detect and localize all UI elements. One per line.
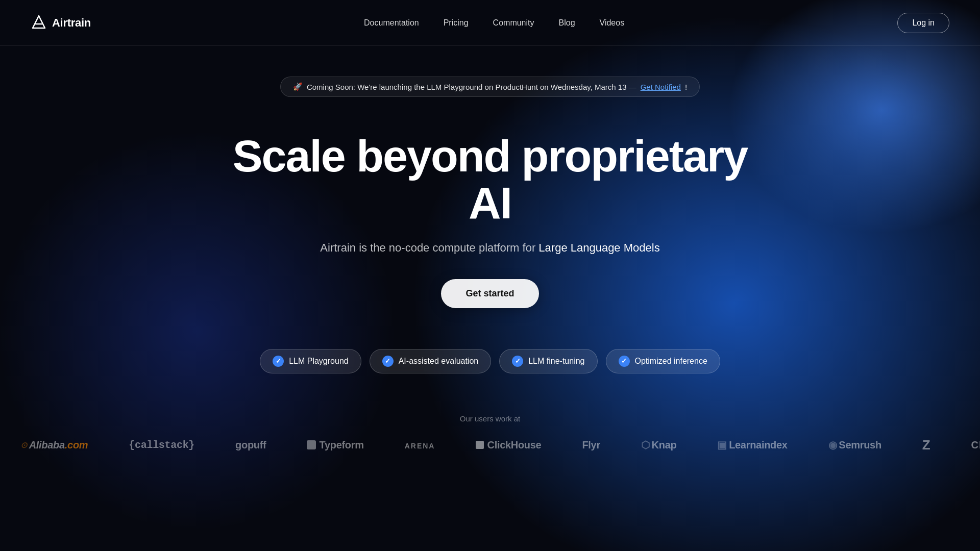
logo-clickhouse-1: ClickHouse [455, 439, 561, 451]
logo-learnaindex-1: ▣Learnaindex [697, 439, 807, 451]
logo-z-1: Z [902, 437, 951, 453]
hero-subtitle-highlight: Large Language Models [538, 241, 659, 254]
svg-marker-0 [33, 16, 45, 28]
pill-llm-finetuning[interactable]: LLM fine-tuning [499, 349, 597, 373]
logos-track: ⊙Alibaba.com {callstack} gopuff Typeform… [0, 437, 980, 453]
pill-label-0: LLM Playground [289, 357, 349, 366]
check-icon-1 [382, 356, 394, 367]
hero-subtitle-start: Airtrain is the no-code compute platform… [320, 241, 535, 254]
nav-videos[interactable]: Videos [600, 18, 625, 27]
login-button[interactable]: Log in [897, 13, 949, 33]
nav-community[interactable]: Community [493, 18, 534, 27]
logo[interactable]: Airtrain [31, 15, 91, 31]
logo-alibaba-1: ⊙Alibaba.com [0, 439, 108, 451]
navbar: Airtrain Documentation Pricing Community… [0, 0, 980, 46]
nav-links: Documentation Pricing Community Blog Vid… [364, 18, 624, 28]
pill-optimized-inference[interactable]: Optimized inference [606, 349, 720, 373]
pill-llm-playground[interactable]: LLM Playground [260, 349, 361, 373]
logo-arena-1: arena [384, 439, 456, 451]
announcement-emoji: 🚀 [293, 82, 303, 91]
logos-wrapper: ⊙Alibaba.com {callstack} gopuff Typeform… [0, 437, 980, 453]
check-icon-3 [619, 356, 630, 367]
feature-pills: LLM Playground AI-assisted evaluation LL… [260, 349, 720, 373]
get-started-button[interactable]: Get started [441, 279, 538, 308]
pill-label-2: LLM fine-tuning [528, 357, 584, 366]
announcement-exclamation: ! [685, 83, 687, 91]
check-icon-0 [273, 356, 284, 367]
announcement-banner: 🚀 Coming Soon: We're launching the LLM P… [280, 77, 700, 97]
logo-icon [31, 15, 47, 31]
nav-documentation[interactable]: Documentation [364, 18, 419, 27]
main-content: 🚀 Coming Soon: We're launching the LLM P… [0, 46, 980, 453]
logo-typeform-1: Typeform [286, 439, 384, 451]
nav-blog[interactable]: Blog [559, 18, 575, 27]
hero-title: Scale beyond proprietary AI [209, 133, 771, 227]
users-label: Our users work at [0, 414, 980, 423]
logo-flyr-1: Flyr [561, 439, 620, 451]
announcement-text: Coming Soon: We're launching the LLM Pla… [307, 83, 636, 91]
logo-callstack-1: {callstack} [108, 439, 215, 451]
users-section: Our users work at ⊙Alibaba.com {callstac… [0, 414, 980, 453]
pill-label-1: AI-assisted evaluation [399, 357, 479, 366]
pill-ai-evaluation[interactable]: AI-assisted evaluation [370, 349, 492, 373]
pill-label-3: Optimized inference [635, 357, 707, 366]
check-icon-2 [512, 356, 523, 367]
logo-gopuff-1: gopuff [215, 439, 286, 451]
logo-knap-1: ⬡Knap [621, 439, 697, 451]
logo-text: Airtrain [52, 16, 91, 30]
hero-subtitle: Airtrain is the no-code compute platform… [320, 241, 659, 255]
logo-semrush-1: ◉Semrush [808, 439, 902, 451]
logo-cenia-1: CENIA [950, 439, 980, 451]
nav-pricing[interactable]: Pricing [444, 18, 469, 27]
announcement-link[interactable]: Get Notified [641, 83, 681, 91]
